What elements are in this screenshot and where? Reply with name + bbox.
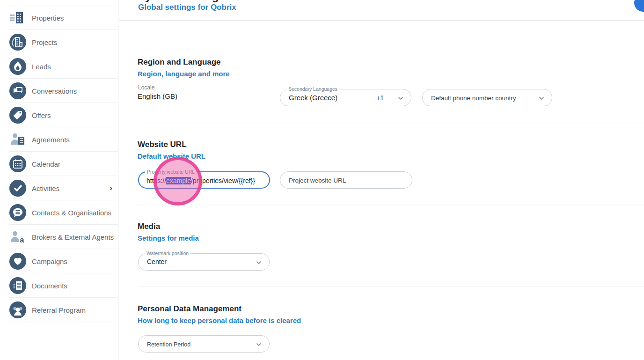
- selected-text: example: [166, 177, 191, 184]
- page-header: System Settings Global settings for Qobr…: [119, 0, 644, 21]
- chevron-down-icon: [255, 341, 263, 348]
- sidebar-item-label: Brokers & External Agents: [32, 233, 114, 241]
- sidebar-item-projects[interactable]: Projects: [0, 30, 118, 54]
- sidebar-item-label: Projects: [32, 38, 57, 46]
- sidebar-item-documents[interactable]: Documents: [0, 273, 118, 298]
- sidebar-item-referral-program[interactable]: Referral Program: [0, 298, 118, 322]
- sidebar-item-offers[interactable]: Offers: [0, 103, 118, 127]
- sidebar-item-label: Activities: [32, 184, 59, 192]
- page-subtitle: Global settings for Qobrix: [138, 3, 236, 12]
- watermark-position-label: Watermark position: [145, 250, 190, 256]
- sidebar-item-conversations[interactable]: Conversations: [0, 79, 118, 103]
- chevron-down-icon: [397, 95, 404, 102]
- sidebar-item-label: Calendar: [32, 160, 60, 168]
- retention-period-select[interactable]: Retention Period: [138, 335, 270, 353]
- activities-check-icon: [9, 179, 27, 197]
- section-title: Media: [138, 222, 160, 231]
- leads-flame-icon: [9, 58, 27, 75]
- properties-icon: [9, 9, 27, 27]
- section-subtitle: How long to keep personal data before is…: [138, 316, 301, 324]
- section-subtitle: Settings for media: [138, 234, 199, 242]
- section-title: Personal Data Management: [138, 304, 242, 314]
- sidebar-item-calendar[interactable]: Calendar: [0, 152, 118, 176]
- sidebar-item-label: Agreements: [32, 136, 70, 144]
- sidebar-item-label: Leads: [32, 63, 51, 71]
- sidebar-item-label: Offers: [32, 111, 51, 119]
- settings-content: Region and Language Region, language and…: [119, 21, 644, 360]
- property-website-url-input[interactable]: Property website URL https://example/pro…: [138, 171, 270, 189]
- brokers-icon: a: [9, 228, 27, 246]
- secondary-languages-extra-count: +1: [376, 94, 384, 102]
- section-subtitle: Default website URL: [138, 152, 205, 160]
- campaigns-heart-icon: [9, 252, 27, 270]
- chevron-down-icon: [255, 259, 263, 266]
- project-website-url-placeholder: Project website URL: [289, 177, 346, 184]
- sidebar-item-activities[interactable]: Activities ›: [0, 176, 118, 200]
- section-subtitle: Region, language and more: [138, 70, 230, 78]
- conversations-icon: [9, 82, 27, 100]
- chevron-right-icon: ›: [110, 184, 112, 193]
- watermark-position-select[interactable]: Watermark position Center: [138, 253, 270, 271]
- sidebar-item-label: Campaigns: [32, 257, 67, 265]
- section-divider: [138, 205, 644, 205]
- agreements-icon: [9, 131, 27, 148]
- watermark-position-value: Center: [147, 258, 167, 265]
- sidebar-item-leads[interactable]: Leads: [0, 54, 118, 79]
- sidebar-item-label: Documents: [32, 282, 67, 290]
- secondary-languages-label: Secondary Languages: [286, 86, 339, 92]
- sidebar-item-contacts-organisations[interactable]: Contacts & Organisations: [0, 200, 118, 225]
- project-website-url-input[interactable]: Project website URL: [280, 171, 412, 189]
- locale-label: Locale: [138, 84, 154, 91]
- default-phone-country-placeholder: Default phone number country: [431, 95, 516, 102]
- locale-value: English (GB): [138, 92, 177, 100]
- section-title: Region and Language: [138, 58, 221, 67]
- property-website-url-label: Property website URL: [145, 169, 197, 175]
- sidebar-item-properties[interactable]: Properties: [0, 6, 118, 30]
- secondary-languages-select[interactable]: Secondary Languages Greek (Greece) +1: [280, 89, 411, 106]
- calendar-icon: [9, 155, 27, 173]
- property-website-url-value: https://example/properties/view/{{ref}}: [146, 177, 255, 184]
- default-phone-country-select[interactable]: Default phone number country: [422, 89, 552, 106]
- section-title: Website URL: [138, 140, 187, 149]
- sidebar-item-label: Conversations: [32, 87, 77, 95]
- sidebar-item-agreements[interactable]: Agreements: [0, 127, 118, 152]
- section-divider: [138, 39, 644, 39]
- documents-icon: [9, 277, 27, 294]
- sidebar-item-campaigns[interactable]: Campaigns: [0, 249, 118, 273]
- retention-period-placeholder: Retention Period: [147, 341, 190, 348]
- referral-program-icon: [9, 301, 27, 319]
- sidebar-item-label: Properties: [32, 14, 64, 22]
- svg-text:a: a: [20, 235, 24, 244]
- section-divider: [138, 123, 644, 123]
- sidebar-item-label: Contacts & Organisations: [32, 209, 111, 217]
- sidebar-item-brokers-external-agents[interactable]: a Brokers & External Agents: [0, 225, 118, 249]
- section-divider: [138, 287, 644, 287]
- secondary-languages-value: Greek (Greece): [289, 94, 337, 102]
- app-root: Properties Projects Lead: [0, 0, 644, 360]
- sidebar-item-label: Referral Program: [32, 306, 86, 314]
- chevron-down-icon: [538, 95, 545, 102]
- offers-tag-icon: [9, 106, 27, 124]
- contacts-icon: [9, 204, 27, 221]
- projects-icon: [9, 33, 27, 51]
- sidebar: Properties Projects Lead: [0, 0, 118, 360]
